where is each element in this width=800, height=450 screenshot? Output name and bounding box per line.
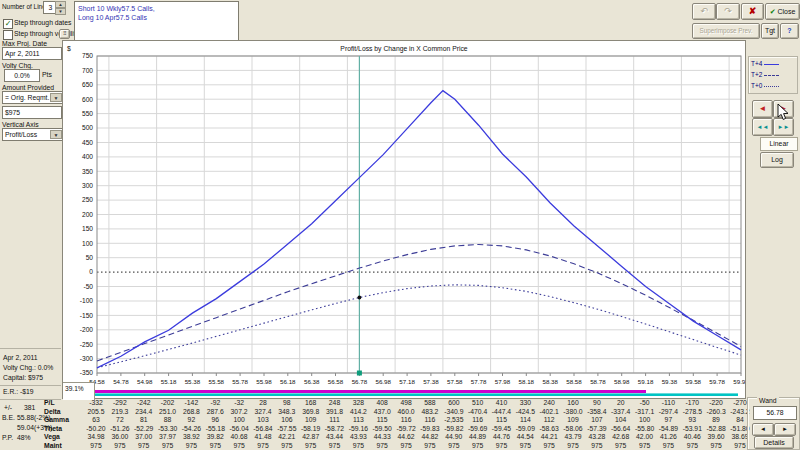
table-cell: 268.8 bbox=[178, 408, 204, 415]
x-axis-label: 58.78 bbox=[590, 378, 606, 385]
table-cell: 975 bbox=[322, 442, 348, 449]
table-row-label: Theta bbox=[44, 425, 74, 432]
undo-arrow-icon: ↶ bbox=[700, 6, 708, 16]
table-cell: 100 bbox=[632, 416, 658, 423]
y-axis-label: -150 bbox=[80, 312, 94, 319]
table-cell: -55.80 bbox=[632, 425, 658, 432]
x-axis-label: 55.58 bbox=[209, 378, 225, 385]
x-axis-label: 55.98 bbox=[256, 378, 272, 385]
close-button-label: Close bbox=[777, 8, 795, 15]
dotted-line-swatch bbox=[764, 86, 779, 87]
volty-chg-input[interactable]: 0.0% bbox=[4, 69, 40, 82]
table-row-label: Maint bbox=[44, 442, 74, 449]
spinner-down-icon[interactable]: ▼ bbox=[55, 8, 66, 15]
y-axis-label: 150 bbox=[82, 225, 93, 232]
amount-provided-select[interactable]: = Orig. Reqmt. ▼ bbox=[2, 91, 64, 104]
table-cell: -292 bbox=[107, 399, 133, 406]
wand-price-input[interactable]: 56.78 bbox=[753, 406, 797, 420]
linear-scale-toggle[interactable]: Linear bbox=[760, 137, 798, 151]
max-proj-date-input[interactable]: Apr 2, 2011 bbox=[2, 47, 62, 60]
table-cell: 44.82 bbox=[417, 433, 443, 440]
x-axis-label: 55.38 bbox=[185, 378, 201, 385]
table-cell: -278.5 bbox=[679, 408, 705, 415]
strategy-line-2: Long 10 Apr57.5 Calls bbox=[78, 13, 238, 22]
details-button[interactable]: Details bbox=[754, 436, 794, 449]
table-cell: 975 bbox=[298, 442, 324, 449]
volatility-band-magenta bbox=[94, 390, 646, 393]
table-cell: 88 bbox=[155, 416, 181, 423]
x-axis-label: 55.78 bbox=[232, 378, 248, 385]
table-cell: -55.18 bbox=[202, 425, 228, 432]
table-cell: 975 bbox=[393, 442, 419, 449]
number-of-lines-stepper[interactable]: ▲ ▼ bbox=[55, 1, 66, 15]
superimpose-prev-button[interactable]: Superimpose Prev. bbox=[692, 23, 760, 39]
table-cell: 600 bbox=[441, 399, 467, 406]
green-check-icon: ✔ bbox=[770, 8, 776, 15]
chevron-down-icon[interactable]: ▼ bbox=[50, 93, 62, 102]
strategy-description-box[interactable]: Short 10 Wkly57.5 Calls, Long 10 Apr57.5… bbox=[74, 1, 239, 41]
wand-axis-marker[interactable] bbox=[357, 371, 362, 376]
step-through-volatilities-checkbox[interactable] bbox=[3, 30, 13, 40]
table-cell: -59.82 bbox=[441, 425, 467, 432]
table-cell: 44.76 bbox=[489, 433, 515, 440]
table-cell: -2,535 bbox=[441, 416, 467, 423]
y-axis-label: 250 bbox=[82, 196, 93, 203]
wand-right-button[interactable]: ► bbox=[774, 423, 796, 436]
wand-left-button[interactable]: ◄ bbox=[752, 423, 774, 436]
table-cell: -170 bbox=[679, 399, 705, 406]
y-axis-label: -50 bbox=[83, 283, 93, 290]
table-cell: 588 bbox=[417, 399, 443, 406]
table-row-label: Gamma bbox=[44, 416, 74, 423]
table-cell: 975 bbox=[465, 442, 491, 449]
table-cell: 114 bbox=[512, 416, 538, 423]
capital-input[interactable]: $975 bbox=[2, 106, 62, 119]
table-cell: 348.3 bbox=[274, 408, 300, 415]
step-through-dates-checkbox[interactable]: ✓ bbox=[3, 19, 13, 29]
table-cell: -59.09 bbox=[512, 425, 538, 432]
close-button[interactable]: ✔ Close bbox=[765, 3, 800, 20]
x-axis-label: 58.38 bbox=[542, 378, 558, 385]
prev-graph-button[interactable]: ↶ bbox=[692, 3, 716, 20]
help-button[interactable]: ? bbox=[780, 23, 799, 39]
spinner-up-icon[interactable]: ▲ bbox=[55, 1, 66, 8]
table-row-label: P/L bbox=[44, 399, 74, 406]
table-cell: 38.92 bbox=[178, 433, 204, 440]
table-cell: -220 bbox=[703, 399, 729, 406]
panel-collapse-handle[interactable]: ⠿ bbox=[59, 29, 70, 39]
wand-group-label: Wand bbox=[757, 397, 779, 404]
table-cell: 975 bbox=[107, 442, 133, 449]
table-cell: -59.69 bbox=[465, 425, 491, 432]
x-axis-label: 56.58 bbox=[328, 378, 344, 385]
tgt-button[interactable]: Tgt bbox=[761, 23, 779, 39]
table-cell: 72 bbox=[107, 416, 133, 423]
log-scale-button[interactable]: Log bbox=[760, 152, 794, 168]
table-cell: 100 bbox=[226, 416, 252, 423]
y-axis-label: 700 bbox=[82, 67, 93, 74]
next-graph-button[interactable]: ↷ bbox=[716, 3, 740, 20]
greeks-table: P/L-332-292-242-202-142-92-3228981682483… bbox=[0, 399, 748, 450]
table-cell: 112 bbox=[536, 416, 562, 423]
table-cell: 160 bbox=[560, 399, 586, 406]
table-cell: 975 bbox=[345, 442, 371, 449]
table-cell: 42.87 bbox=[298, 433, 324, 440]
chevron-down-icon[interactable]: ▼ bbox=[50, 130, 62, 139]
profit-loss-chart[interactable]: 7507006506005505004504003503002502001501… bbox=[63, 41, 745, 396]
table-cell: -59.45 bbox=[489, 425, 515, 432]
jump-back-button[interactable]: ◄◄ bbox=[752, 118, 773, 136]
table-cell: -110 bbox=[655, 399, 681, 406]
step-date-back-button[interactable]: ◄ bbox=[752, 100, 773, 118]
table-cell: 103 bbox=[250, 416, 276, 423]
table-cell: 975 bbox=[703, 442, 729, 449]
table-cell: 42.21 bbox=[274, 433, 300, 440]
divider bbox=[0, 348, 61, 349]
y-axis-label: 50 bbox=[86, 254, 94, 261]
table-cell: 42.00 bbox=[632, 433, 658, 440]
y-axis-label: 650 bbox=[82, 81, 93, 88]
table-cell: 168 bbox=[298, 399, 324, 406]
x-axis-label: 57.58 bbox=[447, 378, 463, 385]
table-cell: -54.26 bbox=[178, 425, 204, 432]
volatility-percent-label: 39.1% bbox=[63, 382, 95, 400]
vertical-axis-select[interactable]: Profit/Loss ▼ bbox=[2, 128, 64, 141]
table-cell: -59.16 bbox=[345, 425, 371, 432]
cancel-button[interactable]: ✘ bbox=[741, 3, 764, 20]
